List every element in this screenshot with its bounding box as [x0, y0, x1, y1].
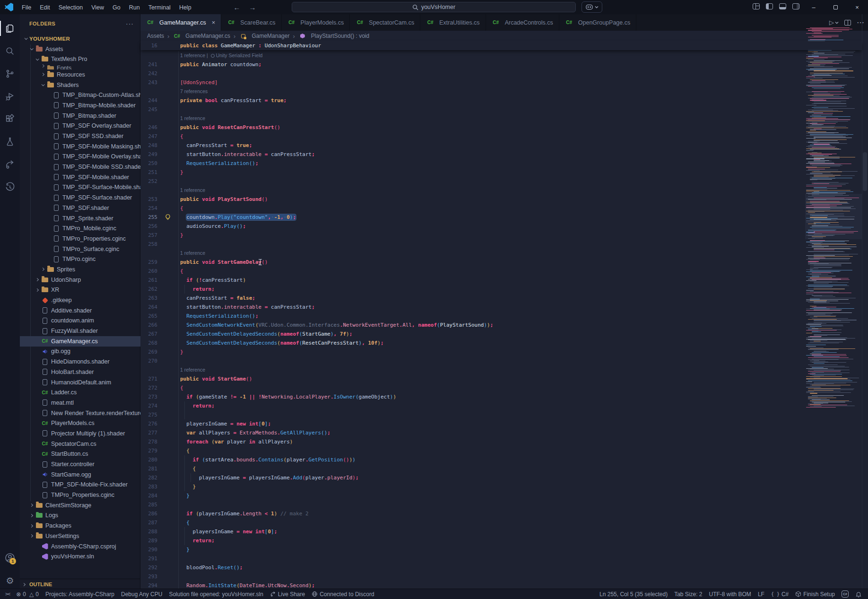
outline-section-header[interactable]: OUTLINE — [20, 579, 140, 590]
run-debug-icon[interactable] — [0, 86, 20, 107]
code-line[interactable]: 262 return; — [140, 285, 862, 294]
code-line[interactable]: 258 — [140, 240, 862, 249]
notifications-bell-icon[interactable] — [852, 591, 865, 598]
tab-spectatorcam-cs[interactable]: C#SpectatorCam.cs — [350, 14, 420, 31]
minimize-button[interactable]: – — [803, 0, 825, 14]
solution-status[interactable]: Solution file opened: youVsHomer.sln — [165, 591, 266, 598]
tree-item[interactable]: TMP_SDF-Mobile SSD.shader — [20, 162, 140, 172]
code-line[interactable]: 255 countdown.Play("countdown",·-1,·0); — [140, 213, 862, 222]
code-line[interactable]: 249 startButton.interactable = canPressS… — [140, 150, 862, 159]
tree-root[interactable]: YOUVSHOMER — [20, 34, 140, 44]
code-line[interactable]: 277 var allPlayers = ExtraMethods.GetAll… — [140, 428, 862, 437]
code-line[interactable]: 254{ — [140, 204, 862, 213]
history-back-button[interactable]: ← — [234, 3, 241, 11]
code-line[interactable]: 285 — [140, 500, 862, 509]
tab-size-status[interactable]: Tab Size: 2 — [671, 591, 705, 598]
live-share-status[interactable]: Live Share — [267, 591, 308, 598]
tree-item[interactable]: TMP_SDF-Mobile Overlay.shader — [20, 152, 140, 162]
history-forward-button[interactable]: → — [249, 3, 256, 11]
tree-item[interactable]: countdown.anim — [20, 316, 140, 326]
menu-terminal[interactable]: Terminal — [144, 2, 175, 13]
tree-item[interactable]: Starter.controller — [20, 459, 140, 469]
finish-setup-status[interactable]: Finish Setup — [792, 591, 838, 598]
code-line[interactable]: 294 Random.InitState(DateTime.UtcNow.Sec… — [140, 581, 862, 589]
breadcrumb-item[interactable]: C#GameManager.cs — [173, 32, 230, 40]
code-line[interactable]: 280 if (startArea.bounds.Contains(player… — [140, 455, 862, 464]
code-line[interactable]: 244private bool canPressStart = true; — [140, 96, 862, 105]
tree-item[interactable]: TMP_SDF.shader — [20, 203, 140, 213]
code-line[interactable]: 286 if (playersInGame.Length < 1) // mak… — [140, 509, 862, 518]
menu-file[interactable]: File — [17, 2, 35, 13]
menu-help[interactable]: Help — [175, 2, 196, 13]
code-line[interactable]: 241public Animator countdown; — [140, 60, 862, 69]
tree-item[interactable]: TMP_SDF-Mobile.shader — [20, 172, 140, 182]
customize-layout-icon[interactable] — [753, 3, 760, 9]
codelens-row[interactable]: 7 references — [140, 87, 862, 96]
codelens-row[interactable]: 1 reference — [140, 249, 862, 258]
code-line[interactable]: 246public void ResetCanPressStart() — [140, 123, 862, 132]
menu-edit[interactable]: Edit — [35, 2, 54, 13]
settings-gear-icon[interactable]: ⚙ — [0, 570, 20, 591]
explorer-icon[interactable] — [0, 18, 20, 39]
codelens-row[interactable]: 1 reference — [140, 365, 862, 374]
code-line[interactable]: 269} — [140, 347, 862, 356]
code-line[interactable]: 283 } — [140, 482, 862, 491]
tree-item[interactable]: Assets — [20, 44, 140, 54]
copilot-menu-button[interactable] — [582, 1, 602, 13]
code-line[interactable]: 289 return; — [140, 536, 862, 545]
code-line[interactable]: 251} — [140, 168, 862, 177]
tree-item[interactable]: C#PlayerModels.cs — [20, 418, 140, 428]
codelens-row[interactable]: 1 reference | Unity Serialized Field — [140, 51, 862, 60]
more-actions-icon[interactable]: ··· — [126, 20, 134, 27]
tab-gamemanager-cs[interactable]: C#GameManager.cs× — [140, 14, 221, 31]
tree-item[interactable]: HideDiamonds.shader — [20, 356, 140, 367]
code-line[interactable]: 265 RequestSerialization(); — [140, 312, 862, 321]
menu-go[interactable]: Go — [108, 2, 125, 13]
codelens-label[interactable]: 7 references — [180, 88, 208, 94]
code-line[interactable]: 293 — [140, 572, 862, 581]
tree-item[interactable]: FuzzyWall.shader — [20, 326, 140, 336]
scrollbar-thumb[interactable] — [863, 152, 867, 191]
sticky-scroll-line[interactable]: 16public class GameManager : UdonSharpBe… — [140, 41, 862, 50]
menu-run[interactable]: Run — [125, 2, 144, 13]
run-code-button[interactable]: ▷ — [829, 19, 839, 26]
code-line[interactable]: 267 SendCustomEventDelayedSeconds(nameof… — [140, 330, 862, 339]
tree-item[interactable]: C#StartButton.cs — [20, 449, 140, 460]
language-mode-status[interactable]: { } C# — [768, 591, 792, 598]
code-line[interactable]: 292 bloodPool.Reset(); — [140, 563, 862, 572]
code-line[interactable]: 261 if (!canPressStart) — [140, 276, 862, 285]
code-line[interactable]: 248 canPressStart = true; — [140, 141, 862, 150]
code-line[interactable]: 290 } — [140, 545, 862, 554]
tree-item[interactable]: HumanoidDefault.anim — [20, 377, 140, 388]
tree-item[interactable]: TMP_Bitmap-Mobile.shader — [20, 100, 140, 111]
code-line[interactable]: 279 { — [140, 446, 862, 455]
tree-item[interactable]: TMPro.cginc — [20, 254, 140, 264]
tree-item[interactable]: New Render Texture.renderTexture — [20, 408, 140, 418]
breadcrumb-item[interactable]: PlayStartSound() : void — [298, 32, 369, 40]
tree-item[interactable]: TextMesh Pro — [20, 54, 140, 64]
tree-item[interactable]: TMP_SDF-Mobile Masking.shader — [20, 141, 140, 152]
accounts-icon[interactable]: 1 — [0, 547, 20, 568]
toggle-secondary-sidebar-icon[interactable] — [792, 3, 799, 9]
code-line[interactable]: 291 — [140, 554, 862, 563]
search-icon[interactable] — [0, 41, 20, 61]
code-line[interactable]: 288 playersInGame = new int[0]; — [140, 527, 862, 536]
code-line[interactable]: 256 audioSource.Play(); — [140, 222, 862, 231]
codelens-label[interactable]: 1 reference — [180, 115, 205, 121]
code-editor[interactable]: 1 reference | Unity Serialized Field241p… — [140, 51, 862, 589]
tree-item[interactable]: Resources — [20, 69, 140, 80]
tree-item[interactable]: Sprites — [20, 264, 140, 275]
tree-item[interactable]: TMP_Bitmap-Custom-Atlas.shader — [20, 90, 140, 100]
code-line[interactable]: 242 — [140, 69, 862, 78]
timeline-history-icon[interactable] — [0, 177, 20, 198]
debug-config-status[interactable]: Debug Any CPU — [118, 591, 165, 598]
codelens-label[interactable]: 1 reference | Unity Serialized Field — [180, 52, 262, 58]
tree-item[interactable]: gib.ogg — [20, 347, 140, 357]
code-line[interactable]: 264 startButton.interactable = canPressS… — [140, 303, 862, 312]
close-button[interactable]: × — [846, 0, 868, 14]
tree-item[interactable]: Additive.shader — [20, 305, 140, 316]
tree-item[interactable]: Logs — [20, 511, 140, 521]
tab-opengrouppage-cs[interactable]: C#OpenGroupPage.cs — [559, 14, 637, 31]
tree-item[interactable]: XR — [20, 285, 140, 295]
csharp-extension-status[interactable]: C# — [838, 590, 852, 598]
